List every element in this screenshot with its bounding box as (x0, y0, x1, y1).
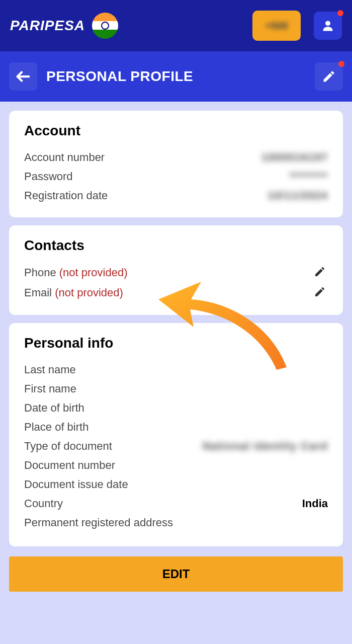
page-title: PERSONAL PROFILE (46, 68, 193, 85)
registration-date-label: Registration date (24, 189, 108, 202)
row-address: Permanent registered address (24, 513, 328, 532)
row-registration-date: Registration date 10/11/2024 (24, 186, 328, 205)
dob-label: Date of birth (24, 401, 84, 415)
arrow-left-icon (15, 68, 32, 85)
country-value: India (302, 497, 328, 510)
contacts-heading: Contacts (24, 237, 328, 254)
registration-date-value: 10/11/2024 (268, 189, 328, 202)
pencil-icon (314, 286, 326, 298)
row-dob: Date of birth (24, 398, 328, 418)
row-pob: Place of birth (24, 418, 328, 437)
profile-button[interactable] (314, 12, 342, 40)
notification-dot (338, 61, 344, 67)
page-header: PERSONAL PROFILE (0, 51, 352, 102)
edit-header-button[interactable] (315, 62, 343, 91)
deposit-amount: +500 (265, 20, 288, 32)
brand-logo: PARIPESA (10, 18, 85, 34)
row-last-name: Last name (24, 360, 328, 379)
personal-info-card: Personal info Last name First name Date … (9, 323, 343, 546)
notification-dot (337, 10, 343, 16)
user-icon (321, 19, 335, 33)
contacts-card: Contacts Phone (not provided) Email (not… (9, 225, 343, 315)
svg-point-0 (325, 21, 330, 26)
row-doc-number: Document number (24, 456, 328, 475)
row-country: Country India (24, 494, 328, 513)
doc-type-value: National Identity Card (203, 440, 328, 453)
row-password: Password ******** (24, 167, 328, 186)
phone-not-provided: (not provided) (59, 266, 128, 279)
account-number-label: Account number (24, 151, 105, 164)
row-phone: Phone (not provided) (24, 263, 328, 283)
doc-number-label: Document number (24, 459, 115, 472)
email-not-provided: (not provided) (55, 286, 123, 299)
back-button[interactable] (9, 62, 37, 91)
deposit-button[interactable]: +500 (252, 11, 301, 41)
row-doc-type: Type of document National Identity Card (24, 437, 328, 456)
country-label: Country (24, 497, 63, 510)
address-label: Permanent registered address (24, 516, 173, 529)
password-value: ******** (290, 170, 328, 183)
top-bar: PARIPESA +500 (0, 0, 352, 51)
content-area: Account Account number 1000016197 Passwo… (0, 102, 352, 555)
pencil-icon (314, 266, 326, 278)
phone-label: Phone (not provided) (24, 266, 128, 279)
first-name-label: First name (24, 382, 76, 395)
personal-heading: Personal info (24, 335, 328, 351)
account-number-value: 1000016197 (261, 151, 328, 164)
doc-type-label: Type of document (24, 440, 112, 453)
edit-phone-button[interactable] (314, 266, 328, 280)
edit-button[interactable]: EDIT (9, 556, 343, 592)
account-heading: Account (24, 123, 328, 139)
row-email: Email (not provided) (24, 283, 328, 303)
row-doc-issue: Document issue date (24, 475, 328, 494)
doc-issue-label: Document issue date (24, 478, 128, 491)
account-card: Account Account number 1000016197 Passwo… (9, 111, 343, 217)
password-label: Password (24, 170, 73, 183)
last-name-label: Last name (24, 363, 76, 376)
row-first-name: First name (24, 379, 328, 398)
pob-label: Place of birth (24, 421, 89, 434)
edit-email-button[interactable] (314, 286, 328, 300)
row-account-number: Account number 1000016197 (24, 148, 328, 167)
pencil-icon (322, 69, 336, 84)
country-flag-india[interactable] (92, 13, 118, 39)
email-label: Email (not provided) (24, 286, 123, 299)
